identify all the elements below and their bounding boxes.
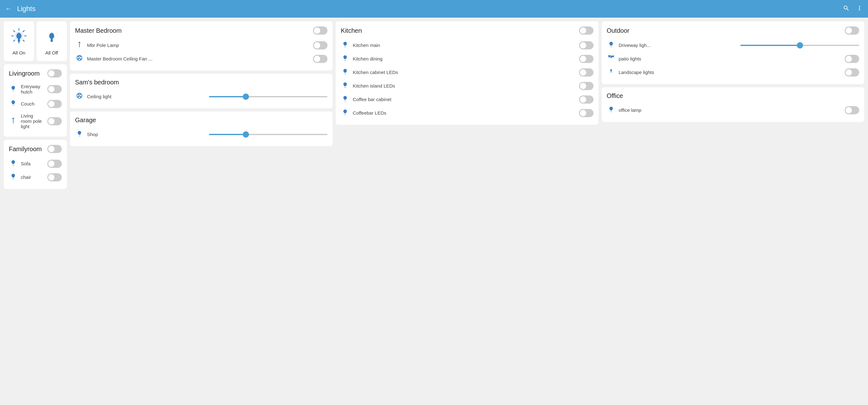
driveway-slider[interactable] [740,45,859,46]
mbr-pole-lamp-toggle[interactable] [313,41,328,49]
back-button[interactable]: ← [5,5,12,13]
list-item: Living room pole light [9,110,62,132]
kitchen-dining-toggle[interactable] [579,55,593,63]
lamp-icon [9,100,18,108]
pole-light-toggle[interactable] [47,117,62,125]
search-icon[interactable] [843,5,850,13]
lamp-pole-icon [9,117,18,125]
all-off-label: All Off [45,50,58,56]
sofa-toggle[interactable] [47,160,62,168]
livingroom-card: Livingroom Entryway hutch [4,64,67,137]
device-name: chair [21,174,44,180]
list-item: Driveway ligh... [607,38,859,52]
device-name: Kitchen main [353,42,576,48]
office-lamp-toggle[interactable] [845,106,859,114]
device-name: Living room pole light [21,113,44,129]
svg-rect-1 [18,40,20,41]
device-name: Sofa [21,161,44,166]
garage-header: Garage [75,116,328,124]
more-options-icon[interactable] [856,5,863,13]
kitchen-main-toggle[interactable] [579,41,593,49]
list-item: Mbr Pole Lamp [75,38,328,52]
brightness-control [209,134,328,135]
svg-point-11 [611,69,612,71]
couch-toggle[interactable] [47,100,62,108]
sams-bedroom-header: Sam's bedroom [75,79,328,86]
all-off-button[interactable]: All Off [37,22,67,61]
coffeebar-leds-toggle[interactable] [579,109,593,117]
list-item: Coffee bar cabinet [341,93,593,106]
familyroom-card: Familyroom Sofa ch [4,140,67,189]
landscape-toggle[interactable] [845,68,859,76]
kitchen-title: Kitchen [341,27,362,34]
patio-lights-toggle[interactable] [845,55,859,63]
landscape-lights-icon [607,68,616,76]
device-name: Driveway ligh... [619,42,738,48]
shop-slider[interactable] [209,134,328,135]
list-item: Kitchen dining [341,52,593,66]
list-item: Shop [75,128,328,141]
office-card: Office office lamp [602,87,864,122]
bulb-icon [75,130,84,139]
bulb-icon [341,81,349,90]
device-name: Entryway hutch [21,84,44,95]
bulb-icon [341,95,349,104]
livingroom-header: Livingroom [9,69,62,77]
list-item: chair [9,170,62,184]
familyroom-title: Familyroom [9,145,41,153]
sams-bedroom-card: Sam's bedroom Ceiling light [70,74,333,108]
page-title: Lights [17,5,838,13]
bulb-on-icon [10,27,28,47]
device-name: Landscape lights [619,70,841,75]
outdoor-toggle[interactable] [845,27,859,35]
familyroom-header: Familyroom [9,145,62,153]
all-on-label: All On [12,50,26,56]
garage-title: Garage [75,116,96,124]
livingroom-toggle[interactable] [47,69,62,77]
lamp-pole-icon [75,41,84,49]
lamp-icon [9,159,18,168]
outdoor-title: Outdoor [607,27,629,34]
office-title: Office [607,92,623,100]
all-on-button[interactable]: All On [4,22,34,61]
master-bedroom-card: Master Bedroom Mbr Pole Lamp [70,22,333,71]
fan-icon [75,92,84,101]
device-name: Coffeebar LEDs [353,110,576,115]
device-name: office lamp [619,107,841,113]
bulb-icon [341,68,349,76]
ceiling-fan-toggle[interactable] [313,55,328,63]
list-item: Entryway hutch [9,81,62,97]
list-item: Ceiling light [75,90,328,103]
kitchen-island-toggle[interactable] [579,82,593,90]
device-name: Coffee bar cabinet [353,97,576,102]
list-item: Master Bedroom Ceiling Fan ... [75,52,328,66]
bulb-icon [607,106,616,114]
kitchen-cabinet-toggle[interactable] [579,68,593,76]
outdoor-office-column: Outdoor Driveway ligh... [602,22,864,122]
familyroom-toggle[interactable] [47,145,62,153]
coffee-bar-toggle[interactable] [579,95,593,104]
device-name: Couch [21,101,44,106]
list-item: patio lights [607,52,859,66]
master-bedroom-title: Master Bedroom [75,27,122,34]
garage-card: Garage Shop [70,111,333,146]
sams-bedroom-title: Sam's bedroom [75,79,119,86]
kitchen-toggle[interactable] [579,27,593,35]
master-bedroom-header: Master Bedroom [75,27,328,35]
bulb-off-icon [43,27,61,47]
brightness-control [740,45,859,46]
bulb-icon [341,55,349,63]
all-controls: All On All Off [4,22,67,61]
chair-toggle[interactable] [47,173,62,181]
device-name: Kitchen dining [353,56,576,61]
ceiling-light-slider[interactable] [209,96,328,97]
list-item: Kitchen island LEDs [341,79,593,93]
device-name: Ceiling light [87,94,206,99]
list-item: Sofa [9,157,62,170]
fan-icon [75,55,84,63]
lamp-icon [9,173,18,181]
topbar: ← Lights [0,0,868,18]
lamp-icon [9,85,18,94]
master-bedroom-toggle[interactable] [313,27,328,35]
entryway-toggle[interactable] [47,85,62,93]
